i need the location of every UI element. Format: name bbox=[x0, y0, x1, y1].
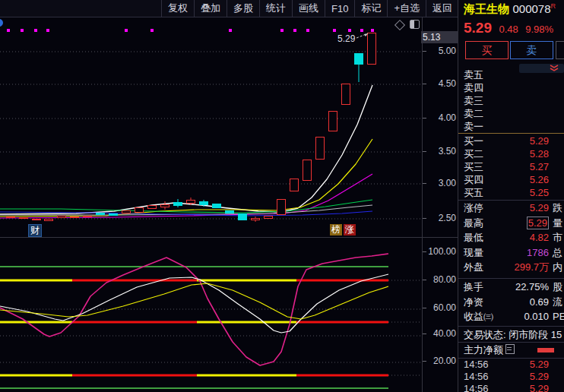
sell-button[interactable]: 卖 bbox=[510, 41, 553, 59]
order-book-row[interactable]: 卖四 bbox=[458, 81, 564, 94]
info-right-label: PE bbox=[553, 309, 564, 324]
info-value: 4.82 bbox=[458, 230, 549, 245]
info-row: 最高5.29量 bbox=[458, 216, 564, 230]
queue-price: 5.25 bbox=[530, 186, 549, 199]
queue-price: 5.26 bbox=[530, 173, 549, 186]
info-row: 最低4.82市 bbox=[458, 230, 564, 245]
order-book-row[interactable]: 买二5.28 bbox=[458, 147, 564, 160]
finance-badge[interactable]: 财 bbox=[29, 225, 41, 236]
axis-tick-label: 2.50 bbox=[423, 213, 456, 223]
queue-label: 卖四 bbox=[464, 81, 483, 94]
queue-price: 5.27 bbox=[530, 160, 549, 173]
info-value: 0.69 bbox=[458, 295, 549, 309]
divider bbox=[458, 278, 564, 279]
tick-row[interactable]: 14:565.29 bbox=[458, 383, 564, 392]
toolbar-item[interactable]: 叠加 bbox=[194, 0, 227, 17]
price-annotation: 5.29 bbox=[337, 33, 355, 44]
queue-label: 买五 bbox=[464, 186, 483, 199]
info-value: 5.29 bbox=[458, 201, 549, 215]
toolbar-item[interactable]: 复权 bbox=[161, 0, 194, 17]
split-panel-icon[interactable] bbox=[410, 20, 420, 29]
order-book-row[interactable]: 买一5.29 bbox=[458, 134, 564, 147]
price-change-pct: 9.98% bbox=[525, 24, 553, 35]
queue-label: 卖一 bbox=[464, 120, 483, 133]
queue-label: 卖二 bbox=[464, 107, 483, 120]
tick-price: 5.29 bbox=[530, 371, 549, 383]
info-value: 1786 bbox=[458, 245, 549, 260]
chart-badge[interactable]: 榜 bbox=[330, 224, 342, 236]
toolbar-item[interactable]: 多股 bbox=[227, 0, 259, 17]
tick-time: 14:56 bbox=[464, 359, 489, 371]
queue-label: 买四 bbox=[464, 173, 483, 186]
stock-code: 000078 bbox=[512, 2, 550, 15]
tick-row[interactable]: 14:565.29 bbox=[458, 371, 564, 383]
info-right-label: 跌 bbox=[553, 201, 562, 215]
toolbar-item[interactable]: +自选 bbox=[387, 0, 426, 17]
axis-tick-label: 40.00 bbox=[423, 328, 456, 339]
order-book-row[interactable]: 买三5.27 bbox=[458, 160, 564, 173]
main-force-label: 主力净额 bbox=[464, 344, 503, 356]
toolbar-item[interactable]: F10 bbox=[325, 0, 354, 17]
order-book-row[interactable]: 卖五 bbox=[458, 68, 564, 81]
queue-label: 买三 bbox=[464, 160, 483, 173]
axis-tick-label: 4.00 bbox=[423, 112, 456, 123]
info-right-label: 量 bbox=[553, 216, 562, 230]
stock-header: 海王生物 000078R bbox=[464, 2, 556, 17]
order-book-row[interactable]: 买四5.26 bbox=[458, 173, 564, 186]
axis-tick-label: 100.00 bbox=[423, 246, 456, 257]
info-row: 涨停5.29跌 bbox=[458, 201, 564, 215]
status-value: 闭市阶段 15 bbox=[509, 329, 562, 340]
info-row: 收益㈢0.010PE bbox=[458, 309, 564, 324]
info-right-label: 市 bbox=[553, 230, 562, 245]
axis-max-price-label: 5.13 bbox=[421, 31, 458, 43]
queue-label: 买一 bbox=[464, 134, 483, 147]
divider bbox=[458, 342, 564, 343]
toolbar-item[interactable]: 标记 bbox=[354, 0, 387, 17]
queue-label: 卖五 bbox=[464, 68, 483, 81]
tick-row[interactable]: 14:565.29 bbox=[458, 359, 564, 371]
trading-status: 交易状态: 闭市阶段 15 bbox=[464, 328, 564, 342]
axis-tick-label: 60.00 bbox=[423, 302, 456, 313]
tick-price: 5.29 bbox=[530, 383, 549, 392]
toolbar-item[interactable]: 统计 bbox=[259, 0, 292, 17]
tick-price: 5.29 bbox=[530, 359, 549, 371]
info-value: 299.7万 bbox=[458, 260, 549, 274]
order-book-row[interactable]: 卖三 bbox=[458, 94, 564, 107]
main-force-row[interactable]: 主力净额 bbox=[464, 343, 564, 357]
buy-button[interactable]: 买 bbox=[465, 41, 509, 59]
margin-tag: R bbox=[551, 2, 556, 10]
queue-label: 买二 bbox=[464, 147, 483, 160]
order-book-row[interactable]: 买五5.25 bbox=[458, 186, 564, 199]
price-row: 5.29 0.48 9.98% bbox=[464, 20, 553, 36]
stock-name: 海王生物 bbox=[464, 2, 509, 15]
info-value: 22.75% bbox=[458, 280, 549, 294]
chart-badge[interactable]: 涨 bbox=[344, 224, 356, 236]
price-chart-canvas[interactable] bbox=[0, 0, 423, 392]
queue-price: 5.28 bbox=[530, 147, 549, 160]
clipped-button[interactable] bbox=[556, 41, 564, 59]
info-row: 净资0.69流 bbox=[458, 295, 564, 309]
trading-terminal: 复权叠加多股统计画线F10标记+自选返回 5.13 5.004.504.003.… bbox=[0, 0, 564, 392]
order-book-row[interactable]: 卖二 bbox=[458, 107, 564, 120]
list-icon bbox=[505, 344, 515, 354]
chart-subchart-divider bbox=[0, 237, 458, 238]
info-value: 0.010 bbox=[458, 309, 549, 324]
axis-tick-label: 20.00 bbox=[423, 356, 456, 366]
axis-tick-label: 3.50 bbox=[423, 146, 456, 156]
info-right-label: 股 bbox=[553, 280, 562, 294]
queue-label: 卖三 bbox=[464, 94, 483, 107]
tick-time: 14:56 bbox=[464, 383, 489, 392]
axis-tick-label: 4.50 bbox=[423, 78, 456, 89]
main-force-bar bbox=[537, 348, 554, 352]
divider bbox=[458, 326, 564, 327]
axis-tick-label: 80.00 bbox=[423, 274, 456, 285]
toolbar-item[interactable]: 返回 bbox=[426, 0, 458, 17]
toolbar-item[interactable]: 画线 bbox=[292, 0, 325, 17]
queue-divider bbox=[458, 133, 564, 134]
last-price: 5.29 bbox=[464, 20, 492, 36]
info-right-label: 流 bbox=[553, 295, 562, 309]
info-right-label: 总 bbox=[553, 245, 562, 260]
queue-price: 5.29 bbox=[530, 134, 549, 147]
order-book-row[interactable]: 卖一 bbox=[458, 120, 564, 133]
axis-tick-label: 3.00 bbox=[423, 178, 456, 188]
